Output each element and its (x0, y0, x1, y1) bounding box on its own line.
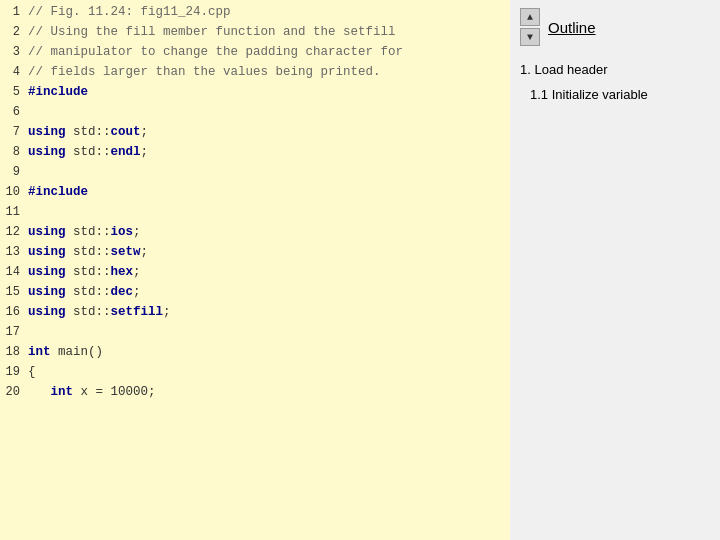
code-line: 8using std::endl; (0, 144, 510, 164)
line-content: // fields larger than the values being p… (28, 65, 381, 79)
code-line: 10#include (0, 184, 510, 204)
code-line: 7using std::cout; (0, 124, 510, 144)
code-line: 4// fields larger than the values being … (0, 64, 510, 84)
code-line: 6 (0, 104, 510, 124)
code-line: 14using std::hex; (0, 264, 510, 284)
code-line: 16using std::setfill; (0, 304, 510, 324)
line-number: 3 (0, 45, 28, 59)
outline-arrows[interactable]: ▲ ▼ (520, 8, 540, 46)
code-line: 9 (0, 164, 510, 184)
line-number: 11 (0, 205, 28, 219)
line-content: using std::cout; (28, 125, 148, 139)
line-number: 5 (0, 85, 28, 99)
code-line: 20 int x = 10000; (0, 384, 510, 404)
line-number: 4 (0, 65, 28, 79)
item-1[interactable]: 1. Load header (520, 62, 648, 77)
item-1-1[interactable]: 1.1 Initialize variable (530, 87, 648, 102)
line-content: using std::ios; (28, 225, 141, 239)
outline-panel: ▲ ▼ Outline 1. Load header1.1 Initialize… (510, 0, 720, 540)
code-line: 5#include (0, 84, 510, 104)
line-number: 16 (0, 305, 28, 319)
outline-title: Outline (548, 19, 596, 36)
line-number: 15 (0, 285, 28, 299)
line-number: 13 (0, 245, 28, 259)
line-content: using std::setfill; (28, 305, 171, 319)
line-number: 7 (0, 125, 28, 139)
line-number: 12 (0, 225, 28, 239)
line-content: int main() (28, 345, 103, 359)
line-content: { (28, 365, 36, 379)
line-number: 6 (0, 105, 28, 119)
line-content: using std::dec; (28, 285, 141, 299)
line-number: 14 (0, 265, 28, 279)
code-line: 17 (0, 324, 510, 344)
outline-header: ▲ ▼ Outline (520, 8, 710, 46)
code-line: 15using std::dec; (0, 284, 510, 304)
code-line: 11 (0, 204, 510, 224)
line-number: 17 (0, 325, 28, 339)
line-number: 19 (0, 365, 28, 379)
line-number: 2 (0, 25, 28, 39)
line-content: // Using the fill member function and th… (28, 25, 396, 39)
line-content: using std::setw; (28, 245, 148, 259)
line-number: 1 (0, 5, 28, 19)
line-content: // Fig. 11.24: fig11_24.cpp (28, 5, 231, 19)
line-number: 8 (0, 145, 28, 159)
code-line: 2// Using the fill member function and t… (0, 24, 510, 44)
code-line: 1// Fig. 11.24: fig11_24.cpp (0, 4, 510, 24)
line-content: using std::endl; (28, 145, 148, 159)
line-number: 18 (0, 345, 28, 359)
line-content: using std::hex; (28, 265, 141, 279)
code-line: 3// manipulator to change the padding ch… (0, 44, 510, 64)
line-content: #include (28, 85, 96, 99)
code-panel[interactable]: 1// Fig. 11.24: fig11_24.cpp2// Using th… (0, 0, 510, 540)
outline-up-arrow[interactable]: ▲ (520, 8, 540, 26)
outline-down-arrow[interactable]: ▼ (520, 28, 540, 46)
code-line: 18int main() (0, 344, 510, 364)
code-line: 12using std::ios; (0, 224, 510, 244)
code-line: 13using std::setw; (0, 244, 510, 264)
line-number: 20 (0, 385, 28, 399)
line-content: int x = 10000; (28, 385, 156, 399)
code-line: 19{ (0, 364, 510, 384)
line-number: 10 (0, 185, 28, 199)
line-content: #include (28, 185, 96, 199)
line-number: 9 (0, 165, 28, 179)
outline-items: 1. Load header1.1 Initialize variable (520, 62, 648, 112)
line-content: // manipulator to change the padding cha… (28, 45, 403, 59)
